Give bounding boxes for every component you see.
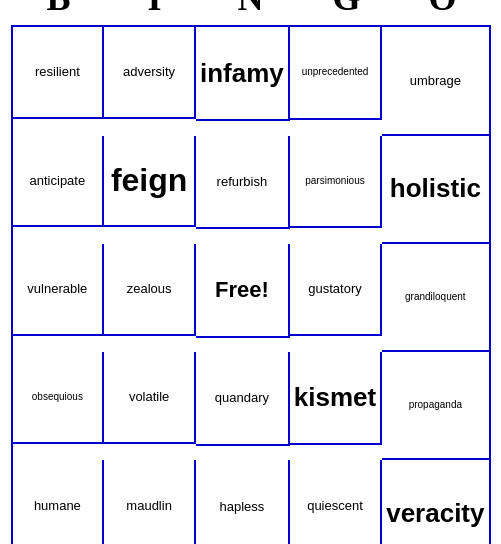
bingo-cell-23: quiescent (290, 460, 382, 544)
header-letter-b: B (11, 0, 107, 21)
bingo-cell-10: vulnerable (13, 244, 105, 336)
bingo-cell-12: Free! (196, 244, 290, 338)
cell-text-13: gustatory (308, 281, 361, 297)
bingo-cell-6: feign (104, 136, 196, 228)
header-letter-o: O (395, 0, 491, 21)
bingo-cell-0: resilient (13, 27, 105, 119)
bingo-cell-24: veracity (382, 460, 490, 544)
cell-text-19: propaganda (409, 399, 462, 411)
bingo-cell-15: obsequious (13, 352, 105, 444)
bingo-cell-8: parsimonious (290, 136, 382, 228)
header-letter-i: I (107, 0, 203, 21)
cell-text-21: maudlin (126, 498, 172, 514)
cell-text-5: anticipate (30, 173, 86, 189)
header-letter-g: G (299, 0, 395, 21)
cell-text-9: holistic (390, 173, 481, 204)
cell-text-6: feign (111, 161, 187, 199)
bingo-cell-13: gustatory (290, 244, 382, 336)
cell-text-14: grandiloquent (405, 291, 466, 303)
cell-text-15: obsequious (32, 391, 83, 403)
cell-text-22: hapless (219, 499, 264, 515)
bingo-cell-2: infamy (196, 27, 290, 121)
bingo-cell-7: refurbish (196, 136, 290, 230)
cell-text-20: humane (34, 498, 81, 514)
bingo-cell-19: propaganda (382, 352, 490, 460)
bingo-card: BINGO resilientadversityinfamyunpreceden… (11, 0, 491, 544)
cell-text-23: quiescent (307, 498, 363, 514)
cell-text-10: vulnerable (27, 281, 87, 297)
bingo-cell-18: kismet (290, 352, 382, 444)
bingo-cell-5: anticipate (13, 136, 105, 228)
bingo-cell-16: volatile (104, 352, 196, 444)
header-letter-n: N (203, 0, 299, 21)
bingo-cell-3: unprecedented (290, 27, 382, 119)
cell-text-2: infamy (200, 58, 284, 89)
cell-text-11: zealous (127, 281, 172, 297)
bingo-cell-4: umbrage (382, 27, 490, 135)
bingo-cell-1: adversity (104, 27, 196, 119)
bingo-grid: resilientadversityinfamyunprecedentedumb… (11, 25, 491, 544)
bingo-cell-21: maudlin (104, 460, 196, 544)
cell-text-4: umbrage (410, 73, 461, 89)
cell-text-7: refurbish (217, 174, 268, 190)
bingo-cell-20: humane (13, 460, 105, 544)
cell-text-8: parsimonious (305, 175, 364, 187)
bingo-header: BINGO (11, 0, 491, 21)
cell-text-16: volatile (129, 389, 169, 405)
cell-text-3: unprecedented (302, 66, 369, 78)
cell-text-17: quandary (215, 390, 269, 406)
bingo-cell-9: holistic (382, 136, 490, 244)
cell-text-24: veracity (386, 498, 484, 529)
bingo-cell-17: quandary (196, 352, 290, 446)
bingo-cell-11: zealous (104, 244, 196, 336)
cell-text-18: kismet (294, 382, 376, 413)
cell-text-12: Free! (215, 277, 269, 303)
cell-text-1: adversity (123, 64, 175, 80)
cell-text-0: resilient (35, 64, 80, 80)
bingo-cell-22: hapless (196, 460, 290, 544)
bingo-cell-14: grandiloquent (382, 244, 490, 352)
